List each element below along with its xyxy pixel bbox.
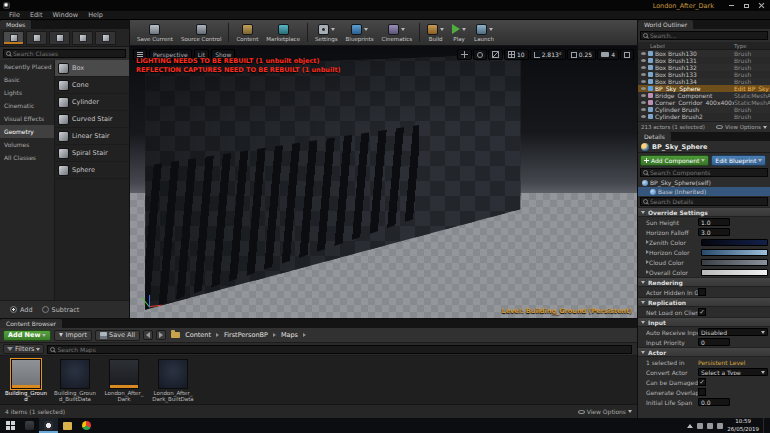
outliner-row[interactable]: Bridge_ComponentStaticMeshActor	[638, 92, 770, 99]
menu-help[interactable]: Help	[83, 11, 108, 19]
horizon-falloff-input[interactable]: 3.0	[698, 228, 730, 236]
brush-subtract-radio[interactable]: Subtract	[42, 306, 80, 314]
initial-life-span-input[interactable]: 0.0	[698, 398, 730, 406]
file-explorer-taskbar-button[interactable]	[58, 418, 77, 433]
input-priority-input[interactable]: 0	[698, 338, 730, 346]
translate-tool-button[interactable]	[457, 49, 472, 60]
launch-button[interactable]: Launch	[470, 21, 498, 45]
filters-button[interactable]: Filters	[3, 344, 44, 354]
section-actor[interactable]: Actor	[638, 347, 770, 357]
outliner-row[interactable]: Box Brush130Brush	[638, 50, 770, 57]
play-button[interactable]: Play	[448, 21, 470, 45]
asset-search-input[interactable]	[57, 346, 629, 353]
add-component-button[interactable]: Add Component	[640, 155, 709, 166]
paint-mode-button[interactable]	[26, 31, 47, 45]
category-lights[interactable]: Lights	[0, 86, 54, 99]
category-volumes[interactable]: Volumes	[0, 138, 54, 151]
outliner-row[interactable]: Box Brush131Brush	[638, 57, 770, 64]
browser-taskbar-button[interactable]	[77, 418, 96, 433]
sun-height-input[interactable]: 1.0	[698, 218, 730, 226]
edit-blueprint-button[interactable]: Edit Blueprint	[711, 155, 766, 166]
place-item-cone[interactable]: Cone	[55, 77, 129, 94]
cloud-color-swatch[interactable]	[701, 259, 768, 266]
place-item-cylinder[interactable]: Cylinder	[55, 94, 129, 111]
tab-details[interactable]: Details	[638, 132, 671, 141]
build-button[interactable]: Build	[423, 21, 448, 45]
tab-modes[interactable]: Modes	[0, 20, 31, 29]
back-button[interactable]	[143, 330, 153, 340]
rotate-tool-button[interactable]	[473, 49, 487, 60]
column-label[interactable]: Label	[638, 43, 734, 49]
menu-edit[interactable]: Edit	[25, 11, 48, 19]
settings-button[interactable]: Settings	[311, 21, 342, 45]
convert-actor-dropdown[interactable]: Select a Type	[698, 368, 768, 376]
category-all-classes[interactable]: All Classes	[0, 151, 54, 164]
section-replication[interactable]: Replication	[638, 297, 770, 307]
asset-tile-london-after-dark-builtdata[interactable]: London_After_Dark_BuiltData	[152, 359, 194, 403]
outliner-row-selected[interactable]: BP_Sky_SphereEdit BP_Sky_Sphere	[638, 85, 770, 92]
can-be-damaged-checkbox[interactable]: ✓	[698, 378, 706, 386]
horizon-color-swatch[interactable]	[701, 249, 768, 256]
outliner-row[interactable]: Box Brush133Brush	[638, 71, 770, 78]
outliner-row[interactable]: Cylinder BrushBrush	[638, 106, 770, 113]
visibility-eye-icon[interactable]	[641, 94, 646, 97]
section-input[interactable]: Input	[638, 317, 770, 327]
landscape-mode-button[interactable]	[49, 31, 70, 45]
rotation-snap-toggle[interactable]: 2.813°	[530, 49, 566, 60]
geometry-mode-button[interactable]	[95, 31, 116, 45]
outliner-row[interactable]: Box Brush134Brush	[638, 78, 770, 85]
taskbar-clock[interactable]: 10:59 26/05/2019	[727, 418, 759, 432]
source-control-button[interactable]: Source Control	[177, 21, 226, 45]
cinematics-button[interactable]: Cinematics	[378, 21, 417, 45]
outliner-view-options-button[interactable]: View Options	[716, 124, 767, 130]
network-icon[interactable]	[697, 423, 703, 429]
asset-tile-building-ground[interactable]: Building_Ground	[5, 359, 47, 403]
overall-color-swatch[interactable]	[701, 269, 768, 276]
tray-expand-icon[interactable]	[687, 424, 693, 428]
search-classes-input[interactable]	[13, 50, 123, 57]
cb-view-options-button[interactable]: View Options	[578, 408, 632, 415]
category-cinematic[interactable]: Cinematic	[0, 99, 54, 112]
category-visual-effects[interactable]: Visual Effects	[0, 112, 54, 125]
outliner-row[interactable]: Cylinder Brush2Brush	[638, 113, 770, 120]
blueprints-button[interactable]: Blueprints	[342, 21, 378, 45]
component-self-row[interactable]: BP_Sky_Sphere(self)	[638, 178, 770, 187]
place-item-sphere[interactable]: Sphere	[55, 162, 129, 179]
asset-tile-london-after-dark[interactable]: London_After_Dark	[103, 359, 145, 403]
outliner-search-input[interactable]	[650, 32, 765, 39]
menu-window[interactable]: Window	[47, 11, 83, 19]
place-mode-button[interactable]	[3, 31, 24, 45]
epic-launcher-taskbar-button[interactable]	[20, 418, 39, 433]
scale-snap-toggle[interactable]: 0.25	[567, 49, 596, 60]
column-type[interactable]: Type	[734, 43, 770, 49]
auto-receive-input-dropdown[interactable]: Disabled	[698, 328, 768, 336]
visibility-eye-icon[interactable]	[641, 52, 646, 55]
camera-speed-button[interactable]: 4	[597, 49, 619, 60]
start-button[interactable]	[0, 418, 20, 433]
place-item-box[interactable]: Box	[55, 60, 129, 77]
outliner-row[interactable]: Corner_Corridor_400x400x300StaticMeshAct…	[638, 99, 770, 106]
menu-file[interactable]: File	[4, 11, 25, 19]
category-geometry[interactable]: Geometry	[0, 125, 54, 138]
net-load-checkbox[interactable]: ✓	[698, 308, 706, 316]
volume-icon[interactable]	[707, 423, 713, 429]
import-button[interactable]: Import	[54, 330, 92, 341]
section-override-settings[interactable]: Override Settings	[638, 207, 770, 217]
brush-add-radio[interactable]: Add	[10, 306, 33, 314]
actor-hidden-checkbox[interactable]	[698, 288, 706, 296]
visibility-eye-icon[interactable]	[641, 59, 646, 62]
save-all-button[interactable]: Save All	[95, 330, 140, 341]
zenith-color-swatch[interactable]	[701, 239, 768, 246]
component-base-row[interactable]: Base (Inherited)	[638, 187, 770, 196]
visibility-eye-icon[interactable]	[641, 87, 646, 90]
tab-content-browser[interactable]: Content Browser	[0, 319, 62, 328]
breadcrumb-content[interactable]: Content	[183, 331, 213, 339]
generate-overlap-checkbox[interactable]	[698, 388, 706, 396]
show-desktop-button[interactable]	[763, 418, 767, 433]
visibility-eye-icon[interactable]	[641, 101, 646, 104]
visibility-eye-icon[interactable]	[641, 73, 646, 76]
level-viewport[interactable]: Perspective Lit Show 10 2.813° 0.25 4 LI…	[130, 46, 637, 318]
grid-snap-toggle[interactable]: 10	[504, 49, 529, 60]
visibility-eye-icon[interactable]	[641, 115, 646, 118]
breadcrumb-project[interactable]: FirstPersonBP	[222, 331, 270, 339]
